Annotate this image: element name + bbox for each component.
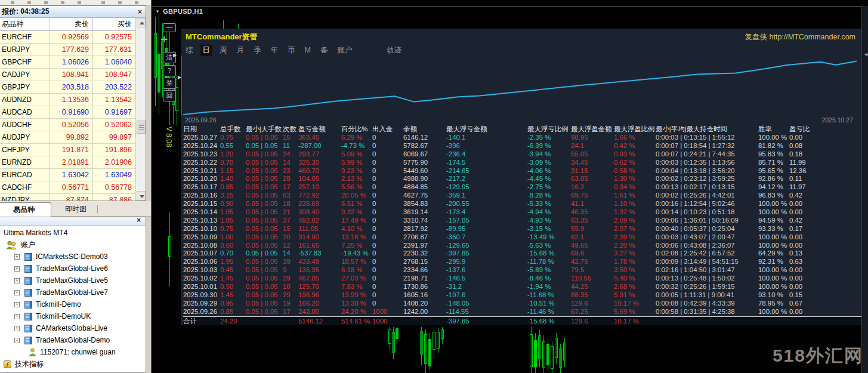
- navigator-item-account[interactable]: +TradeMaxGlobal-Live5: [0, 275, 146, 286]
- quote-row[interactable]: AUDNZD1.135361.13542: [0, 94, 136, 106]
- report-cell: 0.55: [220, 142, 246, 150]
- quote-row[interactable]: CADJPY108.941108.947: [0, 69, 136, 81]
- report-cell: 0: [372, 291, 403, 300]
- report-row[interactable]: 2025.10.201.400.05 | 0.0528104.052.13 %0…: [183, 175, 861, 183]
- quote-symbol: GBPJPY: [0, 81, 50, 94]
- report-cell: 1.15: [220, 167, 246, 175]
- scroll-thumb[interactable]: [137, 121, 146, 134]
- panel-tab-账户[interactable]: 账户: [335, 45, 354, 56]
- navigator-item-group[interactable]: 账户: [0, 239, 146, 251]
- panel-tab-周[interactable]: 周: [217, 45, 230, 56]
- report-cell: 0: [372, 258, 403, 266]
- report-cell: 3310.74: [403, 217, 446, 225]
- quote-row[interactable]: AUDCHF0.520560.52062: [0, 119, 136, 131]
- navigator-item-login[interactable]: 1152071: chunwei guan: [0, 346, 146, 358]
- navigator-item-account[interactable]: +CAMarketsGlobal-Live: [0, 322, 146, 334]
- panel-tab-综[interactable]: 综: [183, 45, 196, 56]
- tree-expander[interactable]: +: [14, 326, 20, 331]
- help-button[interactable]: ?: [163, 65, 176, 76]
- quote-row[interactable]: GBPCHF1.060261.06040: [0, 56, 136, 69]
- report-row[interactable]: 2025.10.021.450.05 | 0.0529467.8527.03 %…: [183, 275, 861, 283]
- report-cell: 0.05 | 0.05: [246, 208, 283, 217]
- tree-expander[interactable]: +: [14, 314, 20, 319]
- minimize-button[interactable]: —: [163, 23, 176, 32]
- panel-tab-季[interactable]: 季: [251, 45, 264, 56]
- report-row[interactable]: 2025.10.163.150.05 | 0.0563772.9220.05 %…: [183, 192, 861, 200]
- report-row[interactable]: 2025.10.170.850.05 | 0.0517257.105.56 %0…: [183, 183, 861, 192]
- tree-expander[interactable]: +: [14, 278, 20, 283]
- quote-row[interactable]: EURCHF0.925690.92575: [0, 31, 136, 44]
- report-cell: -295.9: [446, 258, 527, 266]
- navigator-item-group-ea[interactable]: EA交易: [0, 370, 146, 373]
- report-cell: 0:00:03 | 0:12:35 | 1:13:56: [656, 159, 758, 167]
- navigator-root[interactable]: Ultima Markets MT4: [0, 227, 146, 239]
- panel-tab-轨迹[interactable]: 轨迹: [384, 45, 404, 56]
- navigator-item-account[interactable]: +Tickmill-DemoUK: [0, 310, 146, 322]
- report-row[interactable]: 2025.10.231.200.05 | 0.0524293.775.09 %0…: [183, 150, 861, 159]
- report-row[interactable]: 2025.10.030.450.05 | 0.059135.956.18 %02…: [183, 266, 861, 275]
- report-row[interactable]: 2025.10.150.900.05 | 0.0518235.696.51 %0…: [183, 200, 861, 208]
- panel-tab-M[interactable]: M: [302, 45, 313, 55]
- report-row[interactable]: 2025.10.141.050.05 | 0.0521308.409.32 %0…: [183, 208, 861, 217]
- panel-tab-月[interactable]: 月: [234, 45, 247, 56]
- scroll-down-icon[interactable]: [137, 191, 146, 201]
- navigator-item-account[interactable]: +TradeMaxGlobal-Live7: [0, 286, 146, 298]
- panel-tab-备[interactable]: 备: [318, 45, 330, 56]
- quote-row[interactable]: CADCHF0.567710.56778: [0, 181, 136, 194]
- report-row[interactable]: 2025.10.080.600.05 | 0.0512161.657.25 %0…: [183, 242, 861, 250]
- panel-tab-币[interactable]: 币: [285, 45, 298, 56]
- report-row[interactable]: 2025.10.010.500.05 | 0.0510125.707.83 %0…: [183, 283, 861, 291]
- report-row[interactable]: 2025.09.301.450.05 | 0.0529196.9613.99 %…: [183, 291, 861, 300]
- panel-tab-日[interactable]: 日: [200, 45, 213, 56]
- tab-symbols[interactable]: 易品种: [0, 202, 51, 217]
- panel-tab-年[interactable]: 年: [268, 45, 281, 56]
- chart-top-border: [152, 6, 868, 7]
- quote-row[interactable]: CHFJPY191.871191.896: [0, 144, 136, 156]
- close-icon[interactable]: ×: [133, 217, 144, 224]
- tree-expander[interactable]: +: [14, 254, 20, 260]
- quote-row[interactable]: EURCAD1.630421.63049: [0, 169, 136, 181]
- window-copy-button[interactable]: 回: [163, 90, 176, 101]
- report-row[interactable]: 2025.10.211.150.05 | 0.0523460.709.23 %0…: [183, 167, 861, 175]
- scroll-up-icon[interactable]: [137, 18, 146, 27]
- report-row[interactable]: 2025.10.131.850.05 | 0.0537492.8217.49 %…: [183, 217, 861, 225]
- report-row[interactable]: 2025.10.091.000.05 | 0.0520314.9013.16 %…: [183, 233, 861, 242]
- report-row[interactable]: 2025.10.270.750.05 | 0.0515363.456.29 %0…: [183, 134, 861, 142]
- tree-expander[interactable]: -: [14, 338, 20, 343]
- tree-expander[interactable]: +: [14, 302, 20, 307]
- report-row[interactable]: 2025.09.290.950.05 | 0.0519166.2013.38 %…: [183, 300, 861, 308]
- quote-sell-price: 191.871: [50, 144, 93, 156]
- navigator-item-account[interactable]: -TradeMaxGlobal-Demo: [0, 334, 146, 346]
- report-cell: 100.00 %: [758, 134, 789, 142]
- tree-expander[interactable]: +: [14, 290, 20, 295]
- report-cell: -10.51 %: [527, 300, 571, 308]
- close-icon[interactable]: ×: [134, 8, 146, 16]
- quote-row[interactable]: GBPJPY203.518203.522: [0, 81, 136, 94]
- tree-expander[interactable]: +: [14, 266, 20, 272]
- report-row[interactable]: 2025.09.260.850.05 | 0.0517242.0024.20 %…: [183, 308, 861, 316]
- navigator-item-account[interactable]: +ICMarketsSC-Demo03: [0, 251, 146, 263]
- report-row[interactable]: 2025.10.070.700.05 | 0.0514-537.83-19.43…: [183, 249, 861, 258]
- quote-row[interactable]: NZDJPY87.87487.886: [0, 194, 136, 201]
- quotes-scrollbar[interactable]: [135, 18, 146, 201]
- move-crosshair-icon[interactable]: +: [160, 33, 168, 45]
- disable-button[interactable]: 禁: [163, 78, 176, 89]
- quote-row[interactable]: EURNZD2.018912.01906: [0, 156, 136, 169]
- navigator-item-account[interactable]: +TradeMaxGlobal-Live6: [0, 263, 146, 275]
- brand-link[interactable]: 复盘侠 http://MTCommander.com: [745, 32, 855, 42]
- report-cell: 104.05: [298, 175, 341, 183]
- quote-row[interactable]: AUDJPY99.89299.897: [0, 131, 136, 144]
- report-row[interactable]: 2025.10.240.550.05 | 0.0511-287.00-4.73 …: [183, 142, 861, 150]
- chart-right-margin[interactable]: ◄: [861, 6, 868, 373]
- toolbar-icon-fragment: [11, 1, 14, 4]
- quote-row[interactable]: EURJPY177.629177.631: [0, 44, 136, 56]
- navigator-item-account[interactable]: +Tickmill-Demo: [0, 298, 146, 310]
- quote-sell-price: 1.63042: [50, 169, 93, 181]
- tab-tick-chart[interactable]: 即时图: [57, 202, 94, 217]
- report-row[interactable]: 2025.10.100.750.05 | 0.0515111.054.10 %0…: [183, 225, 861, 233]
- quote-row[interactable]: AUDCAD0.916900.91697: [0, 106, 136, 119]
- chevron-down-icon[interactable]: ▼: [155, 9, 160, 14]
- navigator-item-group-f[interactable]: ƒ技术指标: [0, 358, 146, 370]
- report-row[interactable]: 2025.10.220.700.05 | 0.0514326.305.99 %0…: [183, 159, 861, 167]
- report-row[interactable]: 2025.10.061.950.05 | 0.0539433.4918.57 %…: [183, 258, 861, 266]
